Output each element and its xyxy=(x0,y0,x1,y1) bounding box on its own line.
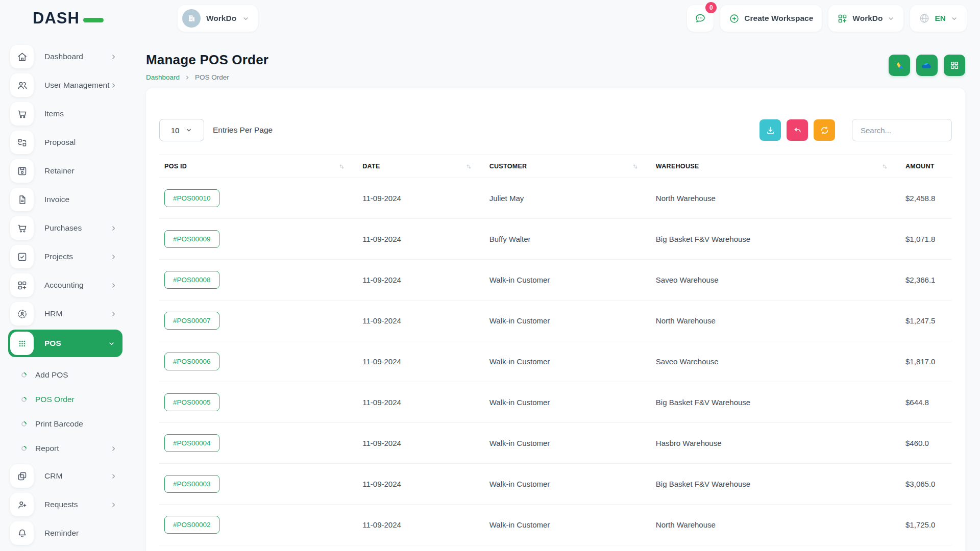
sidebar-item-items[interactable]: Items xyxy=(8,101,122,127)
sidebar-subitem-pos-order[interactable]: POS Order xyxy=(8,388,122,411)
sidebar-item-projects[interactable]: Projects xyxy=(8,244,122,269)
sidebar-item-crm[interactable]: CRM xyxy=(8,463,122,489)
table-row: #POS00002 11-09-2024 Walk-in Customer No… xyxy=(159,505,952,545)
messages-button[interactable]: 0 xyxy=(687,5,714,32)
sidebar-item-purchases[interactable]: Purchases xyxy=(8,215,122,241)
column-label: CUSTOMER xyxy=(489,163,527,170)
column-label: AMOUNT xyxy=(905,163,935,170)
date-cell: 11-09-2024 xyxy=(357,300,484,341)
date-cell: 11-09-2024 xyxy=(357,219,484,260)
globe-icon xyxy=(919,13,930,24)
pos-id-badge[interactable]: #POS00009 xyxy=(164,230,219,248)
sidebar-item-proposal[interactable]: Proposal xyxy=(8,130,122,155)
sort-icon xyxy=(465,163,472,170)
table-row: #POS00008 11-09-2024 Walk-in Customer Sa… xyxy=(159,260,952,300)
create-workspace-label: Create Workspace xyxy=(744,14,813,23)
column-header-pos-id[interactable]: POS ID xyxy=(159,155,357,178)
date-cell: 11-09-2024 xyxy=(357,341,484,382)
undo-button[interactable] xyxy=(787,119,808,141)
download-icon xyxy=(766,126,775,135)
sort-icon xyxy=(338,163,345,170)
sidebar-item-label: Proposal xyxy=(44,138,117,147)
sidebar-subitem-report[interactable]: Report xyxy=(8,437,122,460)
onedrive-button[interactable] xyxy=(916,55,938,76)
sidebar-item-requests[interactable]: Requests xyxy=(8,492,122,517)
date-cell: 11-09-2024 xyxy=(357,464,484,505)
table-row: #POS00010 11-09-2024 Juliet May North Wa… xyxy=(159,178,952,219)
google-drive-icon xyxy=(894,60,905,71)
pos-id-badge[interactable]: #POS00003 xyxy=(164,475,219,493)
quick-actions xyxy=(889,55,965,76)
pos-id-badge[interactable]: #POS00008 xyxy=(164,271,219,289)
sidebar-subitem-label: POS Order xyxy=(35,395,122,404)
pos-id-cell: #POS00003 xyxy=(159,464,357,505)
sidebar-item-invoice[interactable]: Invoice xyxy=(8,187,122,212)
table-row: #POS00001 11-09-2024 Walk-in Customer Bi… xyxy=(159,545,952,551)
pos-id-badge[interactable]: #POS00004 xyxy=(164,434,219,452)
column-header-amount: AMOUNT xyxy=(900,155,952,178)
column-header-date[interactable]: DATE xyxy=(357,155,484,178)
layers-icon xyxy=(10,464,34,488)
sidebar-subitem-add-pos[interactable]: Add POS xyxy=(8,363,122,387)
amount-cell: $644.8 xyxy=(900,382,952,423)
pos-order-table: POS ID DATE CUSTOMER WAREHOUSE AMOUNT #P… xyxy=(159,155,952,551)
pos-id-badge[interactable]: #POS00002 xyxy=(164,516,219,534)
brand-logo: DASH xyxy=(33,9,146,28)
pos-id-badge[interactable]: #POS00010 xyxy=(164,189,219,207)
download-button[interactable] xyxy=(760,119,781,141)
language-selector[interactable]: EN xyxy=(910,5,967,32)
workdo-menu-button[interactable]: WorkDo xyxy=(828,5,903,32)
breadcrumb-dashboard-link[interactable]: Dashboard xyxy=(146,73,180,81)
entries-per-page-select[interactable]: 10 xyxy=(159,119,204,141)
bell-icon xyxy=(10,521,34,545)
sidebar-item-label: Accounting xyxy=(44,281,110,290)
messages-badge: 0 xyxy=(705,2,717,13)
refresh-button[interactable] xyxy=(814,119,835,141)
customer-cell: Buffy Walter xyxy=(484,219,651,260)
customer-cell: Walk-in Customer xyxy=(484,260,651,300)
sidebar-item-retainer[interactable]: Retainer xyxy=(8,158,122,184)
sidebar-item-hrm[interactable]: HRM xyxy=(8,301,122,327)
create-workspace-button[interactable]: Create Workspace xyxy=(720,5,822,32)
amount-cell: $2,458.8 xyxy=(900,178,952,219)
column-header-customer[interactable]: CUSTOMER xyxy=(484,155,651,178)
chevron-right-icon xyxy=(110,310,117,318)
sidebar-item-dashboard[interactable]: Dashboard xyxy=(8,44,122,69)
pos-id-badge[interactable]: #POS00005 xyxy=(164,393,219,411)
pos-id-badge[interactable]: #POS00006 xyxy=(164,353,219,370)
grid-outline-button[interactable] xyxy=(944,55,965,76)
amount-cell: $1,817.0 xyxy=(900,341,952,382)
entries-per-page-label: Entries Per Page xyxy=(213,126,273,135)
column-label: POS ID xyxy=(164,163,187,170)
search-input[interactable] xyxy=(852,119,952,141)
workspace-switcher[interactable]: WorkDo xyxy=(178,5,258,32)
sidebar-item-accounting[interactable]: Accounting xyxy=(8,272,122,298)
table-row: #POS00003 11-09-2024 Walk-in Customer Bi… xyxy=(159,464,952,505)
pos-id-cell: #POS00006 xyxy=(159,341,357,382)
pos-id-cell: #POS00001 xyxy=(159,545,357,551)
sidebar-item-user-management[interactable]: User Management xyxy=(8,72,122,98)
amount-cell: $1,247.5 xyxy=(900,300,952,341)
sidebar-item-pos[interactable]: POS xyxy=(8,330,122,357)
pos-order-card: 10 Entries Per Page POS ID DATE CUSTOMER… xyxy=(146,88,965,551)
pos-id-badge[interactable]: #POS00007 xyxy=(164,312,219,330)
chevron-right-icon xyxy=(110,253,117,261)
bullet-icon xyxy=(20,396,28,403)
sort-icon xyxy=(632,163,639,170)
breadcrumb-current: POS Order xyxy=(195,73,229,81)
cart-icon xyxy=(10,216,34,240)
sidebar-item-reminder[interactable]: Reminder xyxy=(8,520,122,546)
page-head: Manage POS Order Dashboard POS Order xyxy=(146,52,965,81)
grid-plus-icon xyxy=(10,273,34,297)
toolbar-actions xyxy=(760,119,835,141)
google-drive-button[interactable] xyxy=(889,55,910,76)
amount-cell: $3,065.0 xyxy=(900,464,952,505)
check-square-icon xyxy=(10,245,34,268)
column-header-warehouse[interactable]: WAREHOUSE xyxy=(651,155,900,178)
sidebar-subitem-print-barcode[interactable]: Print Barcode xyxy=(8,412,122,436)
sidebar-item-label: HRM xyxy=(44,309,110,318)
chevron-down-icon xyxy=(242,15,250,22)
sidebar-item-label: Purchases xyxy=(44,223,110,233)
users-icon xyxy=(10,73,34,97)
chevron-down-icon xyxy=(950,15,958,22)
